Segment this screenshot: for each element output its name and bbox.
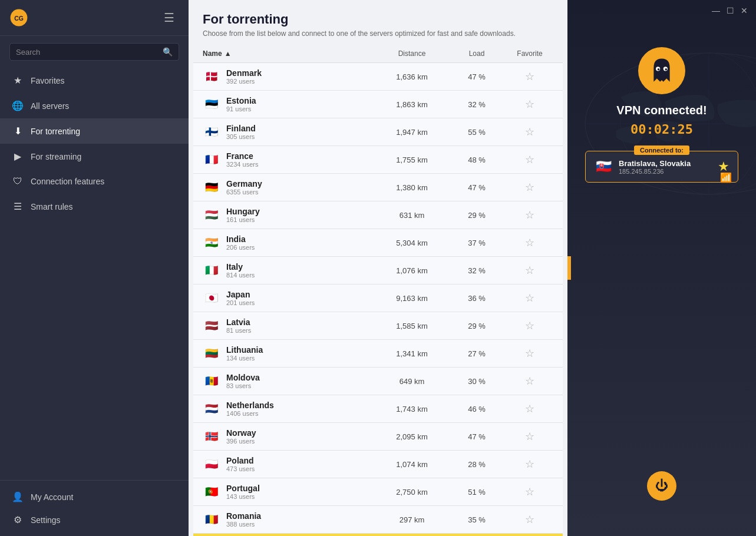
user-count: 134 users [226,355,263,362]
window-controls: — ☐ ✕ [711,6,749,15]
server-name-cell: 🇳🇱 Netherlands 1406 users [203,400,377,418]
favorite-cell: ☆ [506,182,553,193]
all-servers-icon: 🌐 [12,100,24,111]
table-row[interactable]: 🇪🇪 Estonia 91 users 1,863 km 32 % ☆ [193,91,563,118]
close-button[interactable]: ✕ [740,6,749,15]
torrenting-label: For torrenting [31,127,80,136]
flag-circle: 🇯🇵 [203,289,220,307]
favorite-cell: ☆ [506,514,553,525]
favorite-button[interactable]: ☆ [525,154,534,165]
table-row[interactable]: 🇫🇷 France 3234 users 1,755 km 48 % ☆ [193,146,563,174]
load-value: 47 % [447,72,506,81]
connection-label: Connection features [31,177,104,186]
column-load: Load [447,49,506,58]
distance-value: 1,755 km [377,155,447,164]
sidebar-item-for-torrenting[interactable]: ⬇ For torrenting [0,118,189,144]
favorite-button[interactable]: ☆ [525,376,534,386]
server-info: Poland 473 users [226,456,255,472]
table-row[interactable]: 🇱🇹 Lithuania 134 users 1,341 km 27 % ☆ [193,340,563,368]
user-count: 396 users [226,438,256,445]
svg-point-10 [658,68,660,71]
table-row[interactable]: 🇷🇴 Romania 388 users 297 km 35 % ☆ [193,506,563,534]
favorite-button[interactable]: ☆ [525,237,534,248]
table-row[interactable]: 🇵🇱 Poland 473 users 1,074 km 28 % ☆ [193,451,563,478]
vpn-timer: 00:02:25 [630,122,693,137]
minimize-button[interactable]: — [711,6,721,15]
load-value: 30 % [447,377,506,386]
account-icon: 👤 [12,491,24,502]
favorite-button[interactable]: ☆ [525,459,534,469]
table-row[interactable]: 🇩🇪 Germany 6355 users 1,380 km 47 % ☆ [193,174,563,201]
favorite-cell: ☆ [506,348,553,359]
table-row[interactable]: 🇯🇵 Japan 201 users 9,163 km 36 % ☆ [193,284,563,312]
sidebar-item-for-streaming[interactable]: ▶ For streaming [0,144,189,169]
favorite-button[interactable]: ☆ [525,487,534,497]
sidebar-item-my-account[interactable]: 👤 My Account [0,485,189,508]
country-name: Denmark [226,68,262,78]
table-row[interactable]: 🇲🇩 Moldova 83 users 649 km 30 % ☆ [193,368,563,395]
table-row[interactable]: 🇵🇹 Portugal 143 users 2,750 km 51 % ☆ [193,478,563,506]
distance-value: 1,076 km [377,266,447,275]
table-row[interactable]: 🇩🇰 Denmark 392 users 1,636 km 47 % ☆ [193,63,563,91]
table-row[interactable]: 🇸🇰 Slovakia 95 users 776 km 34 % ★ [193,534,563,536]
power-button[interactable]: ⏻ [647,471,676,501]
distance-value: 2,750 km [377,488,447,497]
server-info: Denmark 392 users [226,68,262,85]
table-row[interactable]: 🇳🇴 Norway 396 users 2,095 km 47 % ☆ [193,423,563,451]
server-info: Lithuania 134 users [226,345,263,362]
user-count: 81 users [226,327,251,334]
maximize-button[interactable]: ☐ [725,6,735,15]
column-name[interactable]: Name ▲ [203,49,377,58]
table-row[interactable]: 🇱🇻 Latvia 81 users 1,585 km 29 % ☆ [193,312,563,340]
collapse-panel-button[interactable]: » [567,256,571,280]
distance-value: 9,163 km [377,294,447,303]
favorite-button[interactable]: ☆ [525,320,534,331]
favorite-button[interactable]: ☆ [525,348,534,359]
country-name: Germany [226,179,262,188]
hamburger-menu[interactable]: ☰ [159,8,179,27]
sidebar-item-all-servers[interactable]: 🌐 All servers [0,93,189,118]
favorite-button[interactable]: ☆ [525,293,534,303]
table-row[interactable]: 🇭🇺 Hungary 161 users 631 km 29 % ☆ [193,201,563,229]
favorite-button[interactable]: ☆ [525,265,534,276]
flag-circle: 🇵🇱 [203,455,220,473]
ghost-svg [647,56,676,85]
logo-area: CG [9,8,28,27]
sidebar-item-smart-rules[interactable]: ☰ Smart rules [0,194,189,219]
server-info: Portugal 143 users [226,484,260,500]
signal-icon: 📶 [720,172,732,183]
favorite-button[interactable]: ☆ [525,99,534,110]
favorite-button[interactable]: ☆ [525,514,534,525]
settings-label: Settings [31,515,61,525]
favorite-button[interactable]: ☆ [525,182,534,193]
sidebar-item-settings[interactable]: ⚙ Settings [0,508,189,531]
favorite-button[interactable]: ☆ [525,210,534,220]
table-row[interactable]: 🇳🇱 Netherlands 1406 users 1,743 km 46 % … [193,395,563,423]
sidebar-item-connection-features[interactable]: 🛡 Connection features [0,169,189,194]
table-row[interactable]: 🇫🇮 Finland 305 users 1,947 km 55 % ☆ [193,118,563,146]
server-name-cell: 🇮🇹 Italy 814 users [203,262,377,279]
sidebar-item-favorites[interactable]: ★ Favorites [0,68,189,93]
server-name-cell: 🇳🇴 Norway 396 users [203,428,377,445]
table-row[interactable]: 🇮🇳 India 206 users 5,304 km 37 % ☆ [193,229,563,257]
server-table[interactable]: Name ▲ Distance Load Favorite 🇩🇰 Denmark… [189,45,567,536]
table-row[interactable]: 🇮🇹 Italy 814 users 1,076 km 32 % ☆ [193,257,563,284]
flag-circle: 🇭🇺 [203,206,220,224]
column-favorite: Favorite [506,49,553,58]
favorite-button[interactable]: ☆ [525,71,534,82]
user-count: 83 users [226,382,260,389]
favorite-button[interactable]: ☆ [525,403,534,414]
connected-flag: 🇸🇰 [594,157,613,176]
distance-value: 297 km [377,515,447,524]
load-value: 48 % [447,155,506,164]
sidebar-header: CG ☰ [0,0,189,36]
distance-value: 1,341 km [377,349,447,358]
favorite-button[interactable]: ☆ [525,431,534,442]
load-value: 46 % [447,405,506,413]
search-box[interactable]: 🔍 [9,43,179,61]
ghost-logo [638,47,685,94]
distance-value: 1,743 km [377,405,447,413]
cyberghost-logo: CG [9,8,28,27]
search-input[interactable] [16,48,163,57]
favorite-button[interactable]: ☆ [525,127,534,137]
